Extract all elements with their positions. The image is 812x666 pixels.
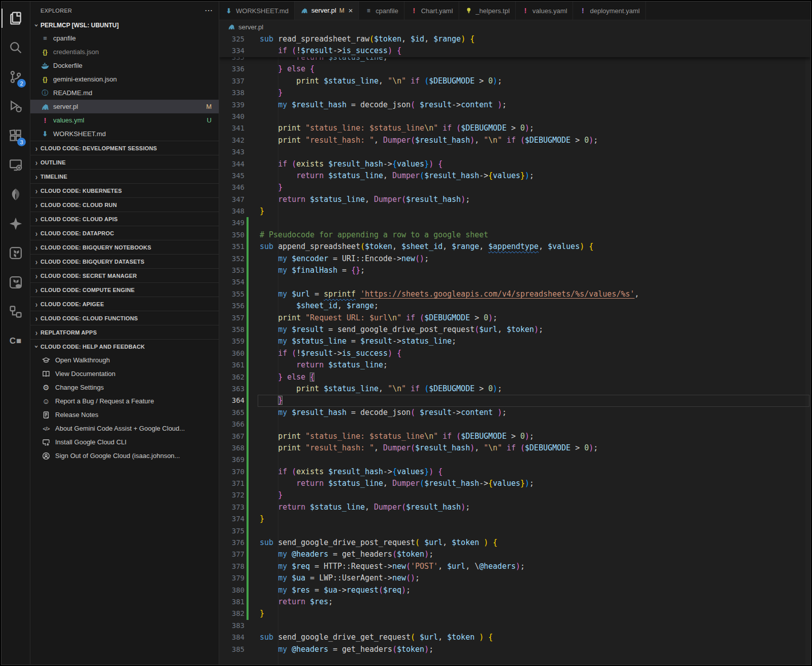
extensions-icon[interactable]: 3	[2, 121, 30, 150]
line-number[interactable]: 375	[219, 525, 245, 537]
tab-deployment.yaml[interactable]: !deployment.yaml	[573, 2, 645, 20]
code-line-381[interactable]: 381 return $res;	[219, 596, 810, 608]
code-line-385[interactable]: 385 my @headers = get_headers($token);	[219, 644, 810, 655]
file-item-README.md[interactable]: ⓘREADME.md	[30, 86, 219, 100]
line-number[interactable]: 367	[219, 431, 245, 442]
line-number[interactable]: 334	[219, 45, 245, 57]
code-line-337[interactable]: 337 print $status_line, "\n" if ($DEBUGM…	[219, 75, 810, 87]
terraform-cloud-icon[interactable]	[2, 268, 30, 297]
code-line-378[interactable]: 378 my $req = HTTP::Request->new('POST',…	[219, 561, 810, 572]
code-line-354[interactable]: 354	[219, 276, 810, 288]
line-number[interactable]: 359	[219, 336, 245, 347]
line-number[interactable]: 380	[219, 585, 245, 596]
code-line-344[interactable]: 344 if (exists $result_hash->{values}) {	[219, 158, 810, 170]
line-number[interactable]: 368	[219, 442, 245, 454]
section-cloud-code-kubernetes[interactable]: ›CLOUD CODE: KUBERNETES	[30, 183, 219, 197]
line-number[interactable]: 385	[219, 644, 245, 655]
code-line-349[interactable]: 349	[219, 217, 810, 229]
section-cloud-code-bigquery-notebooks[interactable]: ›CLOUD CODE: BIGQUERY NOTEBOOKS	[30, 240, 219, 254]
sidebar-actions-icon[interactable]: ⋯	[205, 6, 213, 15]
close-icon[interactable]: ×	[348, 6, 353, 15]
tab-values.yaml[interactable]: !values.yaml	[516, 2, 574, 20]
tab-server.pl[interactable]: server.plM×	[295, 2, 359, 20]
help-item-install-google-cloud-cli[interactable]: Install Google Cloud CLI	[30, 435, 219, 449]
symbols-icon[interactable]	[2, 297, 30, 326]
help-item-sign-out-of-google-cloud-isaac-johnson-[interactable]: Sign Out of Google Cloud (isaac.johnson.…	[30, 449, 219, 463]
line-number[interactable]: 352	[219, 253, 245, 265]
line-number[interactable]: 358	[219, 324, 245, 336]
file-item-Dockerfile[interactable]: Dockerfile	[30, 59, 219, 72]
code-line-353[interactable]: 353 my $finalHash = {};	[219, 265, 810, 276]
file-item-cpanfile[interactable]: ≡cpanfile	[30, 31, 219, 45]
code-line-370[interactable]: 370 if (exists $result_hash->{values}) {	[219, 466, 810, 478]
line-number[interactable]: 341	[219, 122, 245, 134]
code-line-362[interactable]: 362 } else {	[219, 371, 810, 383]
line-number[interactable]: 325	[219, 33, 245, 45]
section-cloud-code-help-and-feedback[interactable]: ›CLOUD CODE: HELP AND FEEDBACK	[30, 339, 219, 353]
code-line-368[interactable]: 368 print "result_hash: ", Dumper($resul…	[219, 442, 810, 454]
line-number[interactable]: 381	[219, 596, 245, 608]
line-number[interactable]: 361	[219, 359, 245, 371]
remote-explorer-icon[interactable]	[2, 150, 30, 180]
code-line-373[interactable]: 373 return $status_line, Dumper($result_…	[219, 502, 810, 513]
line-number[interactable]: 345	[219, 170, 245, 182]
help-item-change-settings[interactable]: ⚙Change Settings	[30, 381, 219, 394]
code-line-358[interactable]: 358 my $result = send_google_drive_post_…	[219, 324, 810, 336]
code-line-376[interactable]: 376sub send_google_drive_post_request( $…	[219, 537, 810, 549]
code-line-371[interactable]: 371 return $status_line, Dumper($result_…	[219, 478, 810, 489]
code-line-345[interactable]: 345 return $status_line, Dumper($result_…	[219, 170, 810, 182]
code-line-367[interactable]: 367 print "status_line: $status_line\n" …	[219, 431, 810, 442]
tab-WORKSHEET.md[interactable]: ⬇WORKSHEET.md	[219, 2, 295, 20]
section-outline[interactable]: ›OUTLINE	[30, 155, 219, 169]
help-item-view-documentation[interactable]: View Documentation	[30, 367, 219, 381]
line-number[interactable]: 372	[219, 489, 245, 501]
code-line-352[interactable]: 352 my $encoder = URI::Encode->new();	[219, 253, 810, 265]
line-number[interactable]: 378	[219, 561, 245, 572]
file-item-server.pl[interactable]: server.plM	[30, 100, 219, 113]
line-number[interactable]: 353	[219, 265, 245, 276]
line-number[interactable]: 376	[219, 537, 245, 549]
cloud-leaf-icon[interactable]	[2, 180, 30, 209]
code-line-364[interactable]: 364 }	[219, 395, 810, 406]
code-editor[interactable]: 335 return $status_line;336 } else {337 …	[219, 33, 810, 664]
code-line-360[interactable]: 360 if (!$result->is_success) {	[219, 348, 810, 359]
line-number[interactable]: 347	[219, 194, 245, 205]
line-number[interactable]: 369	[219, 454, 245, 466]
code-line-348[interactable]: 348}	[219, 205, 810, 217]
code-line-340[interactable]: 340	[219, 111, 810, 122]
line-number[interactable]: 342	[219, 135, 245, 146]
section-cloud-code-dataproc[interactable]: ›CLOUD CODE: DATAPROC	[30, 226, 219, 240]
line-number[interactable]: 366	[219, 419, 245, 430]
help-item-open-walkthrough[interactable]: Open Walkthrough	[30, 353, 219, 367]
line-number[interactable]: 344	[219, 158, 245, 170]
run-debug-icon[interactable]	[2, 92, 30, 121]
code-line-361[interactable]: 361 return $status_line;	[219, 359, 810, 371]
scrollbar[interactable]	[805, 33, 810, 664]
code-line-338[interactable]: 338 }	[219, 87, 810, 99]
section-cloud-code-development-sessions[interactable]: ›CLOUD CODE: DEVELOPMENT SESSIONS	[30, 141, 219, 155]
line-number[interactable]: 336	[219, 63, 245, 75]
line-number[interactable]: 371	[219, 478, 245, 489]
code-line-343[interactable]: 343	[219, 146, 810, 158]
search-icon[interactable]	[2, 33, 30, 62]
files-icon[interactable]	[2, 4, 30, 33]
code-line-363[interactable]: 363 print $status_line, "\n" if ($DEBUGM…	[219, 383, 810, 395]
file-item-WORKSHEET.md[interactable]: ⬇WORKSHEET.md	[30, 127, 219, 141]
line-number[interactable]: 362	[219, 371, 245, 383]
section-cloud-code-cloud-run[interactable]: ›CLOUD CODE: CLOUD RUN	[30, 197, 219, 212]
code-line-365[interactable]: 365 my $result_hash = decode_json( $resu…	[219, 407, 810, 419]
code-line-377[interactable]: 377 my @headers = get_headers($token);	[219, 549, 810, 560]
section-cloud-code-apigee[interactable]: ›CLOUD CODE: APIGEE	[30, 297, 219, 311]
line-number[interactable]: 337	[219, 75, 245, 87]
line-number[interactable]: 355	[219, 288, 245, 300]
line-number[interactable]: 370	[219, 466, 245, 478]
workspace-header[interactable]: › PERLMCP [WSL: UBUNTU]	[30, 19, 219, 31]
section-cloud-code-cloud-functions[interactable]: ›CLOUD CODE: CLOUD FUNCTIONS	[30, 311, 219, 325]
section-timeline[interactable]: ›TIMELINE	[30, 169, 219, 183]
code-line-379[interactable]: 379 my $ua = LWP::UserAgent->new();	[219, 572, 810, 584]
line-number[interactable]: 374	[219, 513, 245, 525]
line-number[interactable]: 379	[219, 572, 245, 584]
code-line-372[interactable]: 372 }	[219, 489, 810, 501]
tab-cpanfile[interactable]: ≡cpanfile	[359, 2, 404, 20]
file-item-gemini-extension.json[interactable]: {}gemini-extension.json	[30, 72, 219, 86]
